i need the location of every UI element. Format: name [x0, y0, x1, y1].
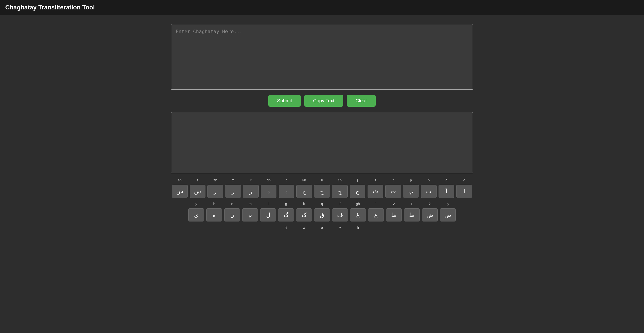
key-btn-row1-4[interactable]: ر — [243, 185, 259, 198]
key-btn-row2-6[interactable]: ک — [296, 208, 312, 222]
key-group-arabic-row1-8: ح — [313, 185, 331, 198]
key-label-row2-7: q — [321, 201, 323, 206]
key-group-arabic-row2-1: ه — [205, 208, 223, 222]
key-group-row1-16: a — [456, 178, 473, 184]
key-btn-row2-4[interactable]: ل — [260, 208, 276, 222]
key-group-row1-2: zh — [206, 178, 224, 184]
key-label-row2-11: ẓ — [393, 201, 395, 206]
key-group-arabic-row1-11: ث — [366, 185, 384, 198]
key-btn-row2-13[interactable]: ض — [422, 208, 438, 222]
key-label-row2-1: h — [213, 201, 215, 206]
key-btn-row1-1[interactable]: س — [190, 185, 206, 198]
key-group-arabic-row1-10: ج — [349, 185, 366, 198]
key-group-arabic-row1-16: ا — [456, 185, 473, 198]
key-btn-row1-8[interactable]: ح — [314, 185, 330, 198]
key-label-row2-14: ṣ — [447, 201, 448, 206]
submit-button[interactable]: Submit — [268, 95, 301, 107]
key-group-row1-7: kh — [295, 178, 313, 184]
key-group-arabic-row1-13: پ — [402, 185, 420, 198]
key-group-row1-10: j — [349, 178, 366, 184]
key-group-row3-4: h — [349, 225, 367, 231]
key-group-row1-9: ch — [331, 178, 349, 184]
key-btn-row1-5[interactable]: ذ — [261, 185, 276, 198]
key-btn-row1-10[interactable]: ج — [350, 185, 365, 198]
key-label-row3-0: ẏ — [285, 225, 287, 230]
key-label-row1-4: r — [250, 178, 252, 183]
key-btn-row1-6[interactable]: د — [279, 185, 294, 198]
key-group-row1-11: s̱ — [366, 178, 384, 184]
key-group-row1-12: t — [384, 178, 402, 184]
key-label-row1-11: s̱ — [374, 178, 376, 183]
key-group-row2-1: h — [205, 201, 223, 208]
key-btn-row1-14[interactable]: ب — [421, 185, 436, 198]
key-group-arabic-row2-7: ق — [313, 208, 331, 222]
key-group-row2-13: ż — [421, 201, 439, 208]
key-btn-row1-0[interactable]: ش — [172, 185, 188, 198]
key-btn-row2-0[interactable]: ی — [188, 208, 204, 222]
key-label-row1-7: kh — [302, 178, 306, 183]
key-btn-row2-2[interactable]: ن — [224, 208, 240, 222]
chaghatay-input[interactable] — [171, 24, 473, 90]
key-btn-row2-8[interactable]: ف — [332, 208, 348, 222]
key-btn-row1-2[interactable]: ژ — [208, 185, 223, 198]
key-group-arabic-row1-4: ر — [242, 185, 260, 198]
key-group-row2-4: l — [259, 201, 277, 208]
key-group-arabic-row2-8: ف — [331, 208, 349, 222]
key-group-arabic-row2-6: ک — [295, 208, 313, 222]
key-btn-row2-3[interactable]: م — [242, 208, 258, 222]
copy-text-button[interactable]: Copy Text — [304, 95, 343, 107]
key-btn-row2-1[interactable]: ه — [206, 208, 222, 222]
key-group-row1-8: ḥ — [313, 178, 331, 184]
key-label-row1-14: b — [428, 178, 430, 183]
main-content: Submit Copy Text Clear shszhzrdhdkhḥchjs… — [0, 15, 644, 241]
key-btn-row2-9[interactable]: غ — [350, 208, 366, 222]
key-group-arabic-row2-2: ن — [223, 208, 241, 222]
key-label-row2-10: ' — [376, 201, 376, 206]
key-label-row1-13: p — [410, 178, 412, 183]
key-group-row1-5: dh — [260, 178, 278, 184]
key-group-arabic-row2-11: ظ — [385, 208, 403, 222]
key-group-row2-5: g — [277, 201, 295, 208]
virtual-keyboard: shszhzrdhdkhḥchjs̱tpbāa شسژزرذدخحچجثتپبآ… — [171, 178, 473, 232]
key-group-row1-0: sh — [171, 178, 188, 184]
key-btn-row1-16[interactable]: ا — [456, 185, 472, 198]
key-group-row1-4: r — [242, 178, 260, 184]
key-label-row1-10: j — [357, 178, 358, 183]
key-group-arabic-row2-4: ل — [259, 208, 277, 222]
key-btn-row1-13[interactable]: پ — [403, 185, 419, 198]
key-btn-row2-5[interactable]: گ — [278, 208, 294, 222]
key-group-arabic-row2-10: ع — [367, 208, 385, 222]
key-btn-row1-11[interactable]: ث — [368, 185, 383, 198]
key-group-arabic-row2-13: ض — [421, 208, 439, 222]
key-btn-row1-7[interactable]: خ — [296, 185, 312, 198]
key-label-row3-1: w — [303, 225, 305, 230]
key-group-row1-14: b — [420, 178, 438, 184]
key-label-row3-3: ẏ — [339, 225, 341, 230]
key-label-row2-5: g — [285, 201, 287, 206]
app-header: Chaghatay Transliteration Tool — [0, 0, 644, 15]
key-btn-row2-12[interactable]: ط — [404, 208, 420, 222]
key-group-arabic-row2-3: م — [241, 208, 259, 222]
key-label-row2-6: k — [303, 201, 305, 206]
key-btn-row2-10[interactable]: ع — [368, 208, 384, 222]
key-btn-row2-14[interactable]: ص — [440, 208, 456, 222]
key-btn-row1-3[interactable]: ز — [225, 185, 241, 198]
key-group-arabic-row1-12: ت — [384, 185, 402, 198]
key-group-row2-3: m — [241, 201, 259, 208]
key-group-arabic-row2-14: ص — [439, 208, 457, 222]
key-btn-row2-7[interactable]: ق — [314, 208, 330, 222]
key-btn-row1-9[interactable]: چ — [332, 185, 348, 198]
clear-button[interactable]: Clear — [347, 95, 376, 107]
key-group-row1-1: s — [188, 178, 206, 184]
key-label-row2-13: ż — [429, 201, 431, 206]
key-label-row1-6: d — [286, 178, 288, 183]
key-label-row3-4: h — [357, 225, 359, 230]
key-btn-row2-11[interactable]: ظ — [386, 208, 402, 222]
key-btn-row1-15[interactable]: آ — [438, 185, 454, 198]
transliteration-output[interactable] — [171, 112, 473, 173]
key-group-arabic-row1-7: خ — [295, 185, 313, 198]
key-group-arabic-row2-9: غ — [349, 208, 367, 222]
key-group-arabic-row1-3: ز — [224, 185, 242, 198]
key-label-row1-16: a — [463, 178, 465, 183]
key-btn-row1-12[interactable]: ت — [385, 185, 401, 198]
